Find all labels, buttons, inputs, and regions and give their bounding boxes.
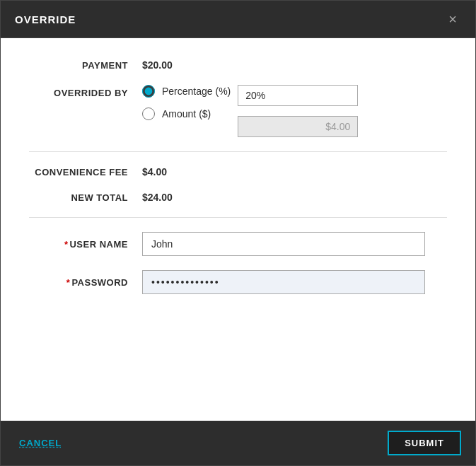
radio-group: Percentage (%) Amount ($) xyxy=(142,85,231,120)
modal-footer: CANCEL SUBMIT xyxy=(1,421,475,465)
payment-value: $20.00 xyxy=(142,59,173,71)
amount-input[interactable] xyxy=(238,116,358,137)
new-total-value: $24.00 xyxy=(142,192,173,203)
percentage-radio[interactable] xyxy=(142,85,155,98)
submit-button[interactable]: SUBMIT xyxy=(388,431,461,455)
password-input[interactable] xyxy=(142,270,425,294)
new-total-row: NEW TOTAL $24.00 xyxy=(29,192,447,203)
convenience-fee-value: $4.00 xyxy=(142,166,167,177)
close-button[interactable]: × xyxy=(444,11,461,28)
new-total-label: NEW TOTAL xyxy=(29,192,142,203)
amount-label[interactable]: Amount ($) xyxy=(162,108,211,120)
divider-2 xyxy=(29,217,447,218)
overrided-by-label: OVERRIDED BY xyxy=(29,85,142,98)
override-modal: OVERRIDE × PAYMENT $20.00 OVERRIDED BY P… xyxy=(0,0,476,466)
override-options: Percentage (%) Amount ($) xyxy=(142,85,358,137)
payment-label: PAYMENT xyxy=(29,60,142,71)
cancel-button[interactable]: CANCEL xyxy=(15,435,66,451)
modal-title: OVERRIDE xyxy=(15,13,76,25)
amount-radio[interactable] xyxy=(142,107,155,120)
divider-1 xyxy=(29,151,447,152)
percentage-label[interactable]: Percentage (%) xyxy=(162,86,231,97)
username-label: USER NAME xyxy=(29,239,142,250)
amount-option: Amount ($) xyxy=(142,107,231,120)
override-fields xyxy=(238,85,358,137)
payment-row: PAYMENT $20.00 xyxy=(29,59,447,71)
percentage-option: Percentage (%) xyxy=(142,85,231,98)
username-input[interactable] xyxy=(142,232,425,256)
password-label: PASSWORD xyxy=(29,277,142,288)
percentage-input[interactable] xyxy=(238,85,358,106)
convenience-fee-row: CONVENIENCE FEE $4.00 xyxy=(29,166,447,177)
convenience-fee-label: CONVENIENCE FEE xyxy=(29,167,142,177)
modal-header: OVERRIDE × xyxy=(1,1,475,38)
password-row: PASSWORD xyxy=(29,270,447,294)
overrided-by-row: OVERRIDED BY Percentage (%) Amount ($) xyxy=(29,85,447,137)
username-row: USER NAME xyxy=(29,232,447,256)
modal-body: PAYMENT $20.00 OVERRIDED BY Percentage (… xyxy=(1,38,475,421)
